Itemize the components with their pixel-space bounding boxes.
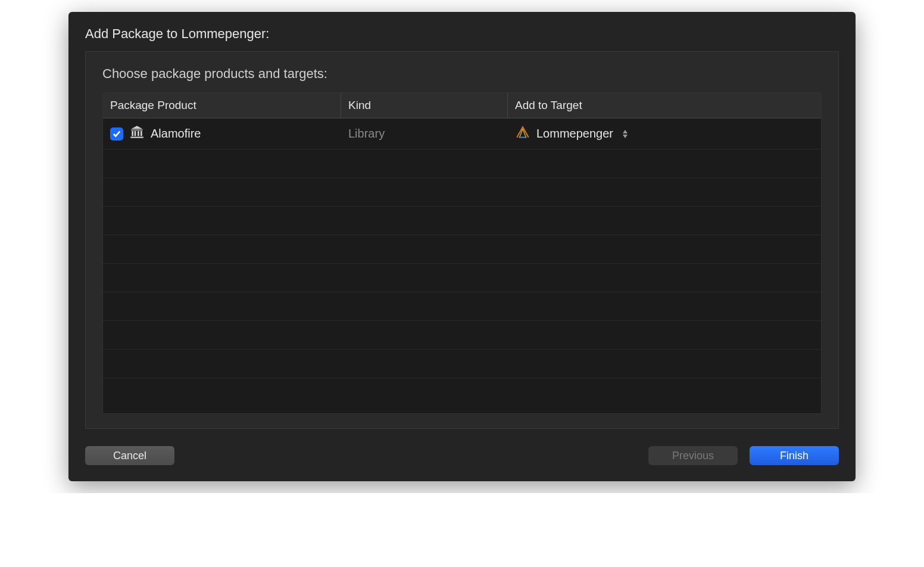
cancel-button[interactable]: Cancel <box>85 446 174 465</box>
target-dropdown[interactable]: Lommepenger <box>515 124 629 143</box>
table-body: Alamofire Library <box>103 119 821 413</box>
kind-label: Library <box>348 127 385 141</box>
add-package-dialog: Add Package to Lommepenger: Choose packa… <box>68 12 856 481</box>
dialog-footer: Cancel Previous Finish <box>85 429 839 467</box>
content-frame: Choose package products and targets: Pac… <box>85 51 839 429</box>
dialog-title: Add Package to Lommepenger: <box>85 26 839 42</box>
svg-rect-1 <box>132 131 133 136</box>
table-row-empty <box>103 321 821 350</box>
svg-rect-3 <box>138 131 139 136</box>
target-label: Lommepenger <box>536 127 613 141</box>
svg-marker-9 <box>623 135 628 138</box>
svg-rect-0 <box>131 130 143 130</box>
table-row-empty <box>103 207 821 235</box>
previous-button[interactable]: Previous <box>648 446 738 465</box>
svg-rect-2 <box>135 131 136 136</box>
product-name: Alamofire <box>151 127 201 141</box>
table-row[interactable]: Alamofire Library <box>103 119 821 149</box>
table-row-empty <box>103 149 821 178</box>
table-row-empty <box>103 350 821 378</box>
svg-rect-4 <box>141 131 142 136</box>
table-row-empty <box>103 178 821 207</box>
table-header: Package Product Kind Add to Target <box>103 93 821 119</box>
table-row-empty <box>103 292 821 321</box>
library-icon <box>129 124 145 143</box>
finish-button[interactable]: Finish <box>750 446 839 465</box>
column-header-product[interactable]: Package Product <box>103 93 341 118</box>
product-cell: Alamofire <box>103 120 341 148</box>
column-header-kind[interactable]: Kind <box>341 93 508 118</box>
svg-rect-5 <box>130 137 143 138</box>
product-checkbox[interactable] <box>110 127 123 141</box>
kind-cell: Library <box>341 122 508 145</box>
app-icon <box>515 124 530 143</box>
svg-marker-8 <box>623 130 628 133</box>
chevron-up-down-icon <box>622 129 629 139</box>
table-row-empty <box>103 264 821 292</box>
table-row-empty <box>103 235 821 264</box>
target-cell: Lommepenger <box>508 120 821 148</box>
instruction-text: Choose package products and targets: <box>102 66 822 82</box>
products-table: Package Product Kind Add to Target <box>102 92 822 414</box>
column-header-target[interactable]: Add to Target <box>508 93 821 118</box>
